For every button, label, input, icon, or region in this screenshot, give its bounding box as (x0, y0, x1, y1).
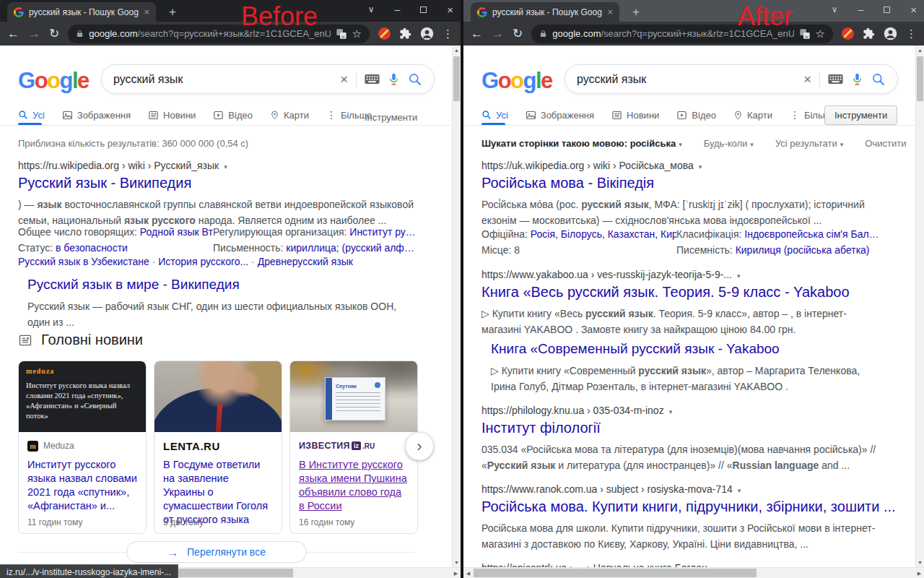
news-title-link[interactable]: Институт русского языка назвал словами 2… (27, 458, 137, 513)
minimize-button[interactable]: – (858, 4, 863, 15)
profile-avatar-icon[interactable] (420, 27, 434, 40)
result-options-icon[interactable]: ▾ (738, 487, 741, 494)
browser-menu-icon[interactable]: ⋮ (443, 27, 453, 40)
bookmark-star-icon[interactable]: ☆ (352, 27, 362, 40)
bookmark-star-icon[interactable]: ☆ (816, 27, 825, 40)
result-title-link[interactable]: Русский язык - Википедия (18, 175, 414, 191)
new-tab-button[interactable]: + (165, 5, 180, 20)
clear-search-icon[interactable]: × (803, 72, 811, 87)
tab-images[interactable]: Зображення (62, 110, 131, 121)
keyboard-icon[interactable] (365, 74, 380, 85)
search-box[interactable]: русский язык × (101, 64, 435, 94)
extensions-puzzle-icon[interactable] (399, 27, 411, 40)
clear-search-icon[interactable]: × (340, 72, 348, 87)
reload-button[interactable]: ↻ (49, 27, 59, 40)
profile-avatar-icon[interactable] (884, 27, 897, 40)
time-filter[interactable]: Будь-коли▾ (704, 138, 754, 149)
tab-maps[interactable]: Карти (270, 110, 309, 121)
news-card[interactable]: Спутник ИЗВЕСТИЯiz.RU В Институте русско… (289, 361, 418, 534)
result-breadcrumb[interactable]: https://uk.wikipedia.org › wiki › Російс… (481, 160, 877, 171)
extensions-puzzle-icon[interactable] (863, 27, 875, 40)
result-title-link[interactable]: Книга «Весь русский язык. Теория. 5-9 кл… (481, 284, 877, 301)
scrollbar-thumb[interactable] (474, 569, 757, 577)
maximize-button[interactable] (884, 7, 890, 13)
adblock-extension-icon[interactable] (378, 27, 391, 40)
maximize-button[interactable] (420, 7, 427, 13)
tab-all[interactable]: Усі (481, 110, 508, 121)
address-bar[interactable]: google.com/search?q=русский+язык&rlz=1C1… (68, 25, 370, 43)
tab-news[interactable]: Новини (611, 110, 659, 121)
reload-button[interactable]: ↻ (513, 27, 523, 40)
google-logo[interactable]: Google (18, 68, 89, 94)
back-button[interactable]: ← (471, 27, 483, 40)
close-window-button[interactable]: × (447, 4, 453, 16)
news-title-link[interactable]: В Госдуме ответили на заявление Украины … (163, 458, 273, 527)
tab-close-icon[interactable]: × (607, 7, 613, 17)
result-title-link[interactable]: Русский язык в мире - Википедия (27, 277, 414, 293)
tab-close-icon[interactable]: × (144, 7, 149, 17)
adblock-extension-icon[interactable] (842, 27, 854, 40)
browser-tab[interactable]: русский язык - Пошук Google × (471, 2, 619, 22)
search-submit-icon[interactable] (871, 72, 886, 87)
tab-images[interactable]: Зображення (526, 110, 594, 121)
titlebar[interactable]: русский язык - Пошук Google × + ∨ – × (0, 0, 461, 22)
result-title-link[interactable]: Російська мова. Купити книги, підручники… (481, 499, 877, 515)
carousel-next-button[interactable]: › (406, 433, 433, 460)
clear-filters-button[interactable]: Очистити (865, 138, 906, 149)
result-options-icon[interactable]: ▾ (669, 408, 673, 415)
voice-search-icon[interactable] (851, 72, 863, 86)
horizontal-scrollbar[interactable]: ◀ ▶ (463, 567, 924, 578)
scroll-right-icon[interactable]: ▶ (451, 568, 461, 578)
translate-icon[interactable] (799, 28, 811, 40)
tab-news[interactable]: Новини (148, 110, 196, 121)
result-options-icon[interactable]: ▾ (737, 272, 741, 280)
news-card[interactable]: meduza Институт русского языка назвал сл… (18, 361, 147, 534)
result-breadcrumb[interactable]: https://ru.wikipedia.org › wiki › Русски… (18, 160, 414, 171)
browser-menu-icon[interactable]: ⋮ (906, 27, 917, 40)
tab-search-icon[interactable]: ∨ (368, 4, 375, 14)
result-options-icon[interactable]: ▾ (699, 163, 702, 171)
result-title-link[interactable]: Інститут філології (481, 420, 877, 436)
result-title-link[interactable]: Російська мова - Вікіпедія (481, 175, 877, 191)
tab-video[interactable]: Відео (676, 110, 716, 121)
browser-tab[interactable]: русский язык - Пошук Google × (7, 2, 156, 22)
scroll-up-icon[interactable]: ▲ (453, 46, 461, 55)
result-breadcrumb[interactable]: https://philology.knu.ua › 035-034-m-ino… (481, 405, 877, 416)
keyboard-icon[interactable] (828, 74, 843, 85)
close-window-button[interactable]: × (910, 4, 917, 16)
forward-button[interactable]: → (28, 27, 40, 40)
tools-toggle[interactable]: Інструменти (365, 112, 417, 123)
tab-video[interactable]: Відео (213, 110, 253, 121)
search-input[interactable]: русский язык (113, 73, 332, 86)
voice-search-icon[interactable] (388, 72, 400, 86)
scroll-up-icon[interactable]: ▲ (916, 46, 924, 55)
tab-all[interactable]: Усі (18, 110, 45, 121)
new-tab-button[interactable]: + (628, 5, 644, 20)
translate-icon[interactable] (336, 28, 347, 40)
google-logo[interactable]: Google (481, 68, 552, 94)
back-button[interactable]: ← (7, 27, 19, 40)
result-options-icon[interactable]: ▾ (224, 163, 227, 171)
result-breadcrumb[interactable]: https://www.ranok.com.ua › subject › ros… (481, 483, 877, 495)
vertical-scrollbar[interactable]: ▲ ▼ (452, 46, 461, 567)
search-input[interactable]: русский язык (577, 73, 796, 86)
result-title-link[interactable]: Книга «Современный русский язык - Yakabo… (491, 341, 877, 357)
scroll-left-icon[interactable]: ◀ (463, 568, 473, 578)
news-card[interactable]: LENTA.RU В Госдуме ответили на заявление… (154, 361, 282, 534)
tab-search-icon[interactable]: ∨ (832, 4, 838, 14)
scroll-down-icon[interactable]: ▼ (916, 558, 924, 567)
minimize-button[interactable]: – (394, 4, 400, 15)
view-all-button[interactable]: →Переглянути все (126, 541, 307, 563)
scrollbar-thumb[interactable] (917, 56, 923, 101)
news-title-link[interactable]: В Институте русского языка имени Пушкина… (299, 458, 409, 513)
scroll-down-icon[interactable]: ▼ (453, 558, 461, 567)
titlebar[interactable]: русский язык - Пошук Google × + ∨ – × (463, 0, 924, 22)
scroll-right-icon[interactable]: ▶ (915, 568, 924, 578)
language-filter[interactable]: Шукати сторінки такою мовою: російська▾ (481, 138, 682, 149)
results-filter[interactable]: Усі результати▾ (775, 138, 843, 149)
search-box[interactable]: русский язык × (565, 64, 898, 94)
vertical-scrollbar[interactable]: ▲ ▼ (915, 46, 924, 567)
search-submit-icon[interactable] (408, 72, 422, 87)
tab-maps[interactable]: Карти (733, 110, 772, 121)
result-breadcrumb[interactable]: https://www.yakaboo.ua › ves-russkij-jaz… (481, 269, 877, 280)
